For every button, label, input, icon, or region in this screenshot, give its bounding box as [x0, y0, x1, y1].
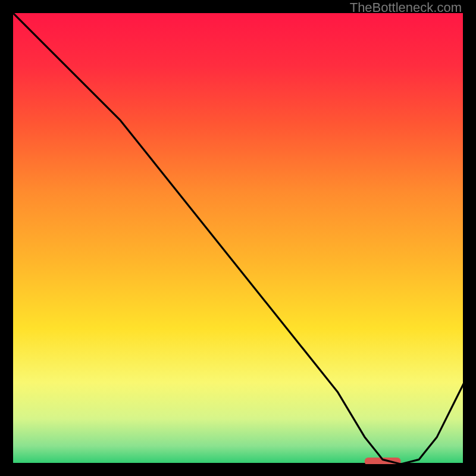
chart-frame	[12, 12, 464, 464]
watermark-text: TheBottleneck.com	[350, 0, 462, 15]
chart-plot	[12, 12, 464, 464]
